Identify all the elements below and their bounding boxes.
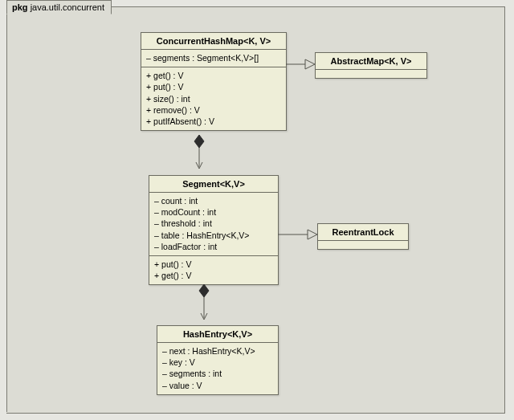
op: + get() : V	[146, 70, 281, 81]
attr: – table : HashEntry<K,V>	[154, 230, 273, 241]
class-hash-entry: HashEntry<K,V> – next : HashEntry<K,V> –…	[157, 325, 279, 395]
attr: – value : V	[162, 380, 273, 391]
class-attributes: – count : int – modCount : int – thresho…	[149, 193, 278, 256]
class-title: HashEntry<K,V>	[157, 326, 278, 343]
class-abstract-map: AbstractMap<K, V>	[315, 52, 427, 79]
op: + get() : V	[154, 270, 273, 281]
class-title: Segment<K,V>	[149, 176, 278, 193]
class-reentrant-lock: ReentrantLock	[317, 223, 409, 250]
class-attributes: – next : HashEntry<K,V> – key : V – segm…	[157, 343, 278, 394]
attr: – threshold : int	[154, 218, 273, 229]
class-segment: Segment<K,V> – count : int – modCount : …	[149, 175, 279, 285]
package-prefix: pkg	[12, 2, 28, 12]
class-title: ConcurrentHashMap<K, V>	[141, 33, 286, 50]
op: + put() : V	[154, 259, 273, 270]
attr: – next : HashEntry<K,V>	[162, 345, 273, 357]
package-left-border	[6, 14, 8, 412]
class-operations: + get() : V + put() : V + size() : int +…	[141, 67, 286, 130]
class-concurrent-hashmap: ConcurrentHashMap<K, V> – segments : Seg…	[141, 32, 287, 131]
op: + size() : int	[146, 93, 281, 104]
attr: – segments : Segment<K,V>[]	[146, 52, 281, 63]
op: + remove() : V	[146, 104, 281, 116]
class-operations: + put() : V + get() : V	[149, 256, 278, 284]
package-name: java.util.concurrent	[31, 2, 104, 12]
package-tab: pkg java.util.concurrent	[6, 0, 112, 14]
empty-section	[316, 70, 426, 78]
empty-section	[318, 241, 408, 249]
class-attributes: – segments : Segment<K,V>[]	[141, 50, 286, 67]
attr: – key : V	[162, 357, 273, 368]
attr: – modCount : int	[154, 206, 273, 218]
op: + put() : V	[146, 81, 281, 92]
attr: – segments : int	[162, 368, 273, 379]
op: + putIfAbsent() : V	[146, 116, 281, 127]
attr: – loadFactor : int	[154, 241, 273, 252]
class-title: AbstractMap<K, V>	[316, 53, 426, 70]
attr: – count : int	[154, 195, 273, 206]
class-title: ReentrantLock	[318, 224, 408, 241]
